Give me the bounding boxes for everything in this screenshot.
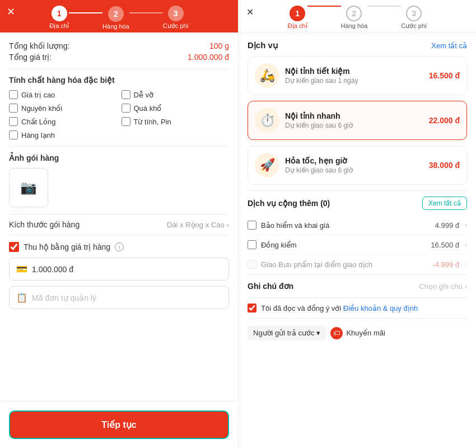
- right-close-button[interactable]: ✕: [246, 7, 254, 17]
- cod-value-input[interactable]: 💳 1.000.000 đ: [9, 258, 229, 281]
- service-name-tiet-kiem: Nội tỉnh tiết kiệm: [285, 67, 423, 76]
- checkbox-gia-tri-cao-label: Giá trị cao: [21, 91, 55, 99]
- service-price-nhanh: 22.000 đ: [429, 116, 460, 125]
- total-weight-row: Tổng khối lượng: 100 g: [9, 41, 229, 50]
- checkbox-hang-lanh-input[interactable]: [9, 130, 18, 139]
- service-card-nhanh[interactable]: ⏱️ Nội tỉnh nhanh Dự kiến giao sau 6 giờ…: [248, 101, 467, 140]
- checkbox-gia-tri-cao[interactable]: Giá trị cao: [9, 90, 117, 99]
- agree-link[interactable]: Điều khoản & quy định: [343, 304, 418, 312]
- total-weight-value: 100 g: [209, 41, 229, 50]
- note-label: Ghi chú đơn: [248, 282, 293, 291]
- left-close-button[interactable]: ✕: [7, 6, 15, 18]
- left-step-1: 1 Địa chỉ: [49, 6, 69, 30]
- right-header: ✕ 1 Địa chỉ 2 Hàng hóa 3 Cước phí: [239, 0, 476, 32]
- checkbox-de-vo-label: Dễ vỡ: [134, 91, 154, 99]
- left-step-2: 2 Hàng hóa: [102, 6, 129, 30]
- right-step-3-circle: 3: [406, 6, 422, 21]
- right-step-1: 1 Địa chỉ: [288, 6, 307, 30]
- checkbox-chat-long-label: Chất Lỏng: [21, 118, 56, 126]
- size-value: Dài x Rộng x Cao ›: [167, 221, 229, 229]
- left-step-3-label: Cước phí: [163, 22, 189, 30]
- service-price-hoa-toc: 38.000 đ: [429, 161, 460, 170]
- right-step-2-circle: 2: [346, 6, 362, 21]
- order-id-input[interactable]: 📋 Mã đơn tự quản lý: [9, 286, 229, 309]
- checkbox-gia-tri-cao-input[interactable]: [9, 90, 18, 99]
- addon-dong-kiem-label: Đồng kiểm: [261, 241, 426, 249]
- addon-giao-buu-pham-chevron: ›: [465, 260, 467, 268]
- addon-dong-kiem-chevron: ›: [465, 241, 467, 249]
- note-row[interactable]: Ghi chú đơn Chọn ghi chú ›: [248, 274, 467, 297]
- agree-checkbox[interactable]: [248, 304, 256, 312]
- addon-header: Dịch vụ cộng thêm (0) Xem tất cả: [248, 190, 467, 216]
- checkbox-tu-tinh-input[interactable]: [122, 117, 130, 126]
- service-info-tiet-kiem: Nội tỉnh tiết kiệm Dự kiến giao sau 1 ng…: [285, 67, 423, 85]
- checkbox-chat-long-input[interactable]: [9, 117, 18, 126]
- total-value-value: 1.000.000 đ: [188, 53, 229, 62]
- checkbox-nguyen-khoi-label: Nguyên khối: [21, 104, 62, 113]
- cod-label: Thu hộ bằng giá trị hàng: [24, 242, 110, 251]
- sender-dropdown[interactable]: Người gửi trả cước ▾: [248, 325, 326, 340]
- order-id-placeholder: Mã đơn tự quản lý: [32, 293, 96, 302]
- service-sub-nhanh: Dự kiến giao sau 6 giờ: [285, 122, 423, 129]
- left-step-3: 3 Cước phí: [163, 6, 189, 30]
- checkbox-de-vo-input[interactable]: [122, 90, 130, 99]
- left-footer: Tiếp tục: [0, 401, 238, 448]
- addon-giao-buu-pham-label: Giao Bưu phẩm tại điểm giao dịch: [261, 260, 428, 269]
- agree-text: Tôi đã đọc và đồng ý với Điều khoản & qu…: [261, 304, 418, 312]
- addon-bao-hiem: Bảo hiểm và khai giá 4.999 đ ›: [248, 216, 467, 235]
- divider-2: [9, 146, 229, 147]
- photo-upload-box[interactable]: 📷: [9, 168, 48, 207]
- size-row[interactable]: Kích thước gói hàng Dài x Rộng x Cao ›: [9, 214, 229, 235]
- checkbox-qua-kho-input[interactable]: [122, 104, 130, 113]
- total-value-label: Tổng giá trị:: [9, 53, 52, 62]
- left-content: Tổng khối lượng: 100 g Tổng giá trị: 1.0…: [0, 32, 238, 401]
- agree-row: Tôi đã đọc và đồng ý với Điều khoản & qu…: [248, 297, 467, 318]
- addon-bao-hiem-label: Bảo hiểm và khai giá: [261, 221, 431, 230]
- cod-checkbox[interactable]: [9, 242, 19, 252]
- addon-see-all-button[interactable]: Xem tất cả: [422, 197, 467, 210]
- right-step-1-circle: 1: [290, 6, 305, 21]
- left-step-1-label: Địa chỉ: [49, 22, 69, 30]
- total-weight-label: Tổng khối lượng:: [9, 41, 69, 50]
- camera-icon: 📷: [20, 180, 37, 195]
- right-step-line-1: [307, 6, 341, 7]
- service-card-tiet-kiem[interactable]: 🛵 Nội tỉnh tiết kiệm Dự kiến giao sau 1 …: [248, 56, 467, 95]
- checkbox-de-vo[interactable]: Dễ vỡ: [122, 90, 230, 99]
- checkbox-qua-kho[interactable]: Quá khổ: [122, 104, 230, 113]
- services-section-header: Dịch vụ Xem tất cả: [248, 32, 467, 56]
- dropdown-chevron-icon: ▾: [316, 329, 320, 337]
- addon-giao-buu-pham-checkbox: [248, 260, 256, 269]
- right-step-3-label: Cước phí: [401, 22, 427, 30]
- service-icon-hoa-toc: 🚀: [255, 153, 279, 178]
- checkbox-nguyen-khoi[interactable]: Nguyên khối: [9, 104, 117, 113]
- info-icon[interactable]: i: [115, 242, 124, 251]
- cod-value-text: 1.000.000 đ: [32, 265, 73, 274]
- addon-bao-hiem-price: 4.999 đ: [435, 221, 459, 230]
- left-step-line-2: [129, 12, 163, 13]
- bottom-row: Người gửi trả cước ▾ 🏷 Khuyến mãi: [248, 318, 467, 340]
- addon-dong-kiem-checkbox[interactable]: [248, 240, 256, 249]
- checkbox-nguyen-khoi-input[interactable]: [9, 104, 18, 113]
- special-props-grid: Giá trị cao Dễ vỡ Nguyên khối Quá khổ Ch…: [9, 90, 229, 139]
- continue-button[interactable]: Tiếp tục: [9, 410, 229, 439]
- promo-button[interactable]: 🏷 Khuyến mãi: [330, 327, 385, 339]
- addon-title: Dịch vụ cộng thêm (0): [248, 199, 330, 208]
- addon-dong-kiem: Đồng kiểm 16.500 đ ›: [248, 235, 467, 255]
- checkbox-tu-tinh[interactable]: Từ tính, Pin: [122, 117, 230, 126]
- special-props-title: Tính chất hàng hóa đặc biệt: [9, 76, 229, 85]
- services-see-all[interactable]: Xem tất cả: [431, 41, 467, 50]
- checkbox-hang-lanh-label: Hàng lạnh: [21, 131, 55, 139]
- checkbox-chat-long[interactable]: Chất Lỏng: [9, 117, 117, 126]
- left-panel: ✕ 1 Địa chỉ 2 Hàng hóa 3 Cước phí Tổng k…: [0, 0, 238, 448]
- divider-1: [9, 68, 229, 69]
- left-header: ✕ 1 Địa chỉ 2 Hàng hóa 3 Cước phí: [0, 0, 238, 32]
- right-step-2: 2 Hàng hóa: [341, 6, 368, 29]
- service-card-hoa-toc[interactable]: 🚀 Hỏa tốc, hẹn giờ Dự kiến giao sau 6 gi…: [248, 146, 467, 185]
- service-name-nhanh: Nội tỉnh nhanh: [285, 111, 423, 120]
- services-title: Dịch vụ: [248, 40, 278, 50]
- addon-bao-hiem-checkbox[interactable]: [248, 221, 256, 230]
- photo-section: Ảnh gói hàng 📷: [9, 153, 229, 207]
- order-icon: 📋: [16, 292, 27, 303]
- checkbox-hang-lanh[interactable]: Hàng lạnh: [9, 130, 117, 139]
- checkbox-tu-tinh-label: Từ tính, Pin: [134, 118, 171, 126]
